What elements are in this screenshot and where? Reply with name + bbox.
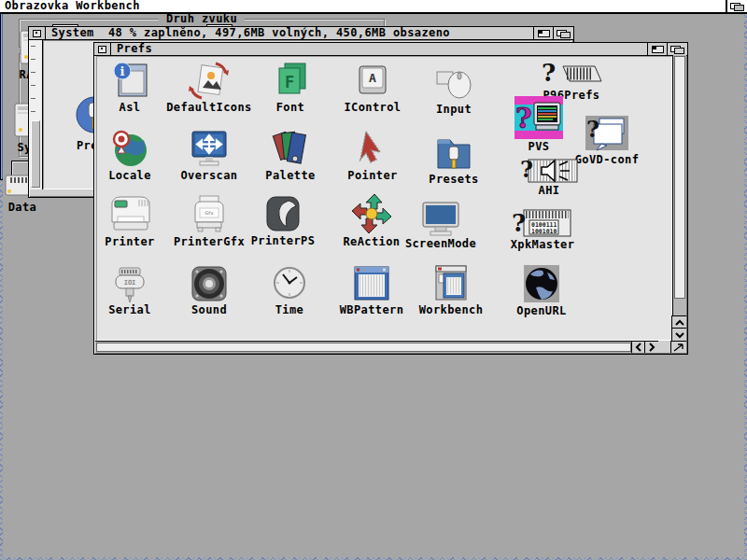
reaction-icon	[339, 192, 404, 235]
scroll-down-icon[interactable]	[671, 328, 686, 341]
pointer-icon	[340, 128, 405, 169]
close-icon[interactable]	[29, 27, 46, 39]
ahi-icon: ?	[516, 158, 582, 184]
prefs-icon-label: AHI	[479, 185, 619, 196]
printergfx-icon: Gfx	[176, 192, 242, 235]
serial-icon: IOI	[97, 266, 162, 303]
openurl-icon	[509, 263, 574, 304]
xpkmaster-icon: 01001111001010?	[510, 206, 575, 238]
icontrol-icon: A	[340, 60, 405, 101]
locale-icon	[97, 128, 162, 169]
pvs-icon: ?	[506, 95, 571, 140]
sound-icon	[176, 264, 242, 303]
svg-text:1001010: 1001010	[531, 228, 557, 235]
system-window-title: System 48 % zaplněno, 497,6MB volných, 4…	[46, 27, 533, 39]
zoom-icon[interactable]	[533, 27, 553, 39]
desktop-icon-label: Data	[2, 202, 43, 213]
prefs-window-title: Prefs	[111, 43, 647, 55]
svg-text:F: F	[285, 73, 294, 91]
prefs-horizontal-scrollbar[interactable]	[95, 341, 632, 353]
scrollbar-thumb[interactable]	[31, 120, 40, 188]
prefs-icon-label: Presets	[384, 174, 524, 185]
prefs-icon-label: XpkMaster	[472, 239, 613, 250]
prefs-icon-label: Input	[384, 104, 524, 115]
svg-text:?: ?	[586, 116, 599, 143]
depth-icon[interactable]	[667, 43, 687, 55]
prefs-window: Prefs iAslDefaultIconsFFontAIControlInpu…	[93, 42, 688, 355]
defaulticons-icon	[176, 60, 242, 101]
svg-text:i: i	[120, 64, 125, 78]
svg-text:?: ?	[515, 102, 532, 134]
input-icon	[421, 62, 486, 103]
overscan-icon	[176, 128, 242, 169]
asl-icon: i	[97, 60, 162, 101]
time-icon	[257, 264, 322, 303]
scrollbar-thumb[interactable]	[674, 56, 685, 299]
system-titlebar[interactable]: System 48 % zaplněno, 497,6MB volných, 4…	[29, 27, 573, 40]
system-vertical-scrollbar[interactable]	[30, 40, 43, 189]
svg-text:?: ?	[512, 209, 526, 237]
resize-handle-icon[interactable]	[670, 341, 686, 353]
prefs-vertical-scrollbar[interactable]	[672, 55, 686, 316]
wbpattern-icon	[339, 264, 404, 303]
font-icon: F	[258, 60, 323, 101]
depth-icon[interactable]	[553, 27, 573, 39]
close-icon[interactable]	[94, 43, 111, 55]
scroll-right-icon[interactable]	[644, 341, 658, 353]
printer-icon	[97, 192, 162, 235]
zoom-icon[interactable]	[647, 43, 667, 55]
screen-title-bar: Obrazovka Workbench	[0, 0, 747, 14]
svg-text:A: A	[369, 71, 376, 85]
govd-conf-icon: ?	[574, 114, 640, 153]
prefs-icon-label: OpenURL	[472, 305, 612, 316]
screen-title: Obrazovka Workbench	[0, 0, 140, 12]
p96prefs-icon: ?	[539, 59, 604, 89]
svg-text:?: ?	[542, 59, 556, 87]
scroll-up-icon[interactable]	[671, 315, 686, 329]
workbench-icon	[418, 262, 484, 303]
prefs-icon-grid: iAslDefaultIconsFFontAIControlInput?P96P…	[96, 56, 672, 341]
screen-depth-icon[interactable]	[726, 0, 747, 12]
printerps-icon	[250, 193, 316, 234]
presets-icon	[421, 133, 486, 173]
svg-text:IOI: IOI	[124, 279, 136, 287]
screenmode-icon	[408, 200, 473, 237]
prefs-titlebar[interactable]: Prefs	[94, 43, 687, 56]
svg-text:Gfx: Gfx	[204, 210, 214, 216]
scroll-left-icon[interactable]	[631, 341, 645, 353]
palette-icon	[258, 128, 323, 169]
scrollbar-thumb[interactable]	[96, 343, 631, 352]
svg-text:?: ?	[520, 158, 533, 183]
